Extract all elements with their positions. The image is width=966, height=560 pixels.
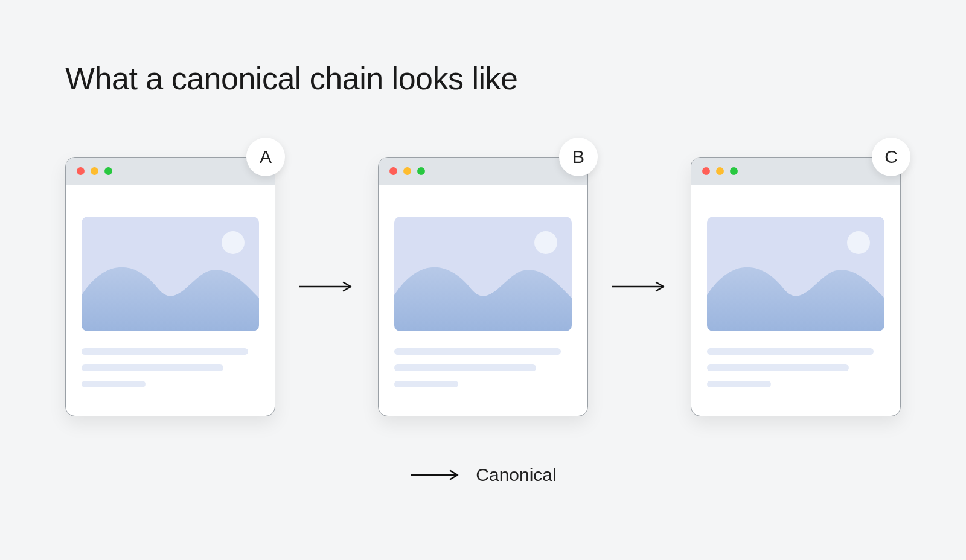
arrow-ab (275, 281, 378, 293)
page-content (691, 202, 900, 409)
diagram-title: What a canonical chain looks like (65, 60, 517, 97)
mountain-icon (707, 253, 884, 331)
page-content (379, 202, 587, 409)
browser-window (65, 157, 275, 416)
mountain-icon (82, 253, 259, 331)
close-dot-icon (77, 167, 85, 175)
arrow-right-icon (296, 281, 357, 293)
window-titlebar (66, 158, 275, 185)
page-content (66, 202, 275, 409)
legend: Canonical (0, 465, 966, 485)
close-dot-icon (702, 167, 710, 175)
window-titlebar (379, 158, 587, 185)
window-toolbar (379, 185, 587, 202)
mountain-icon (394, 253, 572, 331)
sun-icon (222, 231, 245, 254)
zoom-dot-icon (730, 167, 738, 175)
page-label-badge: C (872, 138, 910, 176)
window-titlebar (691, 158, 900, 185)
browser-window (691, 157, 901, 416)
arrow-right-icon (609, 281, 670, 293)
sun-icon (847, 231, 870, 254)
minimize-dot-icon (403, 167, 411, 175)
diagram-row: A (65, 157, 901, 416)
legend-label: Canonical (476, 465, 556, 485)
page-card-a: A (65, 157, 275, 416)
zoom-dot-icon (417, 167, 425, 175)
browser-window (378, 157, 588, 416)
page-card-b: B (378, 157, 588, 416)
window-toolbar (66, 185, 275, 202)
page-label-badge: A (246, 138, 285, 176)
minimize-dot-icon (91, 167, 98, 175)
arrow-bc (588, 281, 691, 293)
sun-icon (534, 231, 557, 254)
zoom-dot-icon (104, 167, 112, 175)
minimize-dot-icon (716, 167, 724, 175)
image-placeholder (82, 217, 259, 331)
arrow-right-icon (409, 469, 464, 481)
image-placeholder (707, 217, 884, 331)
page-label-badge: B (559, 138, 598, 176)
text-placeholder (707, 348, 884, 387)
window-toolbar (691, 185, 900, 202)
close-dot-icon (389, 167, 397, 175)
page-card-c: C (691, 157, 901, 416)
text-placeholder (82, 348, 259, 387)
text-placeholder (394, 348, 572, 387)
image-placeholder (394, 217, 572, 331)
